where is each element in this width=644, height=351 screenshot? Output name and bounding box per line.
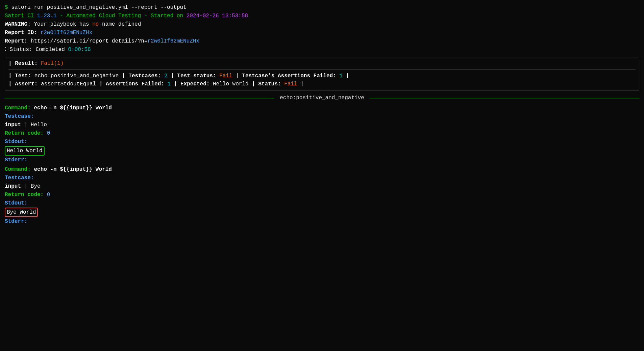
failed-value: 1: [168, 81, 171, 87]
report-label: Report:: [5, 38, 27, 44]
failed-label: | Assertions Failed:: [99, 81, 164, 87]
section2-command: Command: echo -n ${{input}} World: [5, 165, 639, 173]
section2-input: input | Bye: [5, 182, 639, 190]
s1-testcase-label: Testcase:: [5, 113, 34, 119]
section2-stdout-value: Bye World: [5, 208, 639, 217]
s2-stderr-label: Stderr:: [5, 218, 27, 224]
assert-status-value: Fail: [284, 81, 297, 87]
section1-testcase: Testcase:: [5, 112, 639, 120]
testcases-value: 2: [164, 73, 168, 79]
section1-command: Command: echo -n ${{input}} World: [5, 104, 639, 112]
satori-datetime: 2024-02-26 13:53:58: [187, 13, 248, 19]
result-label: | Result:: [8, 60, 41, 66]
warning-text: Your playbook has: [31, 21, 92, 27]
section1-stdout-label: Stdout:: [5, 138, 639, 146]
s2-pipe: | Bye: [24, 183, 41, 189]
section2-stdout-label: Stdout:: [5, 199, 639, 207]
test-assert-box: | Test: echo:positive_and_negative | Tes…: [8, 70, 636, 88]
separator-label: echo:positive_and_negative: [274, 94, 370, 102]
report-url-prefix: https://satori.ci/report_details/?n=: [27, 38, 147, 44]
report-id-label: Report ID:: [5, 30, 37, 36]
section1-input: input | Hello: [5, 121, 639, 129]
satori-ci-line: Satori CI 1.23.1 - Automated Cloud Testi…: [5, 12, 639, 20]
satori-ci-label: Satori CI: [5, 13, 37, 19]
assertions-value: 1: [339, 73, 343, 79]
s2-return-label: Return code:: [5, 192, 44, 198]
bye-world-output: Bye World: [5, 208, 38, 217]
testcases-label: | Testcases:: [122, 73, 161, 79]
status-value: 0:00:56: [68, 47, 91, 53]
s1-command-label: Command:: [5, 105, 31, 111]
warning-no: no: [92, 21, 99, 27]
report-id-value: r2w0lIf62mENuZHx: [41, 30, 93, 36]
status-label: Status: Completed: [6, 47, 68, 53]
test-end: |: [346, 73, 349, 79]
test-line: | Test: echo:positive_and_negative | Tes…: [8, 72, 636, 80]
report-url-value: r2w0lIf62mENuZHx: [147, 38, 199, 44]
result-value: Fail(1): [41, 60, 64, 66]
assert-status-label: | Status:: [252, 81, 281, 87]
status-label: | Test status:: [171, 73, 216, 79]
s1-stderr-label: Stderr:: [5, 157, 27, 163]
command-line: $ satori run positive_and_negative.yml -…: [5, 3, 639, 11]
command-text: satori run positive_and_negative.yml --r…: [11, 4, 186, 10]
result-box: | Result: Fail(1) | Test: echo:positive_…: [5, 57, 639, 90]
s1-stdout-label: Stdout:: [5, 139, 27, 145]
section1-stderr: Stderr:: [5, 156, 639, 164]
warning-label: WARNING:: [5, 21, 31, 27]
expected-label: | Expected:: [174, 81, 210, 87]
section1-stdout-value: Hello World: [5, 146, 639, 156]
section2-return: Return code: 0: [5, 191, 639, 199]
prompt: $: [5, 4, 8, 10]
s2-return-value: 0: [47, 192, 50, 198]
assert-line: | Assert: assertStdoutEqual | Assertions…: [8, 80, 636, 88]
test-value: echo:positive_and_negative: [34, 73, 119, 79]
status-line: ⁚ Status: Completed 0:00:56: [5, 46, 639, 54]
hello-world-output: Hello World: [5, 146, 45, 156]
report-url-line: Report: https://satori.ci/report_details…: [5, 37, 639, 45]
assertions-label: | Testcase's Assertions Failed:: [236, 73, 336, 79]
expected-value: Hello World: [213, 81, 249, 87]
satori-version: 1.23.1: [37, 13, 57, 19]
s1-pipe: | Hello: [24, 122, 47, 128]
s1-input-label: input: [5, 122, 21, 128]
assert-value: assertStdoutEqual: [41, 81, 96, 87]
satori-ci-middle: - Automated Cloud Testing - Started on: [57, 13, 187, 19]
s2-command-label: Command:: [5, 166, 31, 172]
s2-input-label: input: [5, 183, 21, 189]
section2-testcase: Testcase:: [5, 174, 639, 182]
s1-return-label: Return code:: [5, 130, 44, 136]
test-label: | Test:: [8, 73, 31, 79]
report-id-line: Report ID: r2w0lIf62mENuZHx: [5, 29, 639, 37]
status-value: Fail: [219, 73, 232, 79]
s2-testcase-label: Testcase:: [5, 175, 34, 181]
result-line: | Result: Fail(1): [8, 59, 636, 68]
s2-stdout-label: Stdout:: [5, 200, 27, 206]
assert-end: |: [300, 81, 304, 87]
section2-stderr: Stderr:: [5, 217, 639, 225]
s1-return-value: 0: [47, 130, 50, 136]
section-separator: echo:positive_and_negative: [5, 94, 639, 102]
assert-label: | Assert:: [8, 81, 38, 87]
s1-command-value: echo -n ${{input}} World: [34, 105, 112, 111]
section1-return: Return code: 0: [5, 129, 639, 137]
warning-suffix: name defined: [99, 21, 141, 27]
s2-command-value: echo -n ${{input}} World: [34, 166, 112, 172]
warning-line: WARNING: Your playbook has no name defin…: [5, 20, 639, 28]
